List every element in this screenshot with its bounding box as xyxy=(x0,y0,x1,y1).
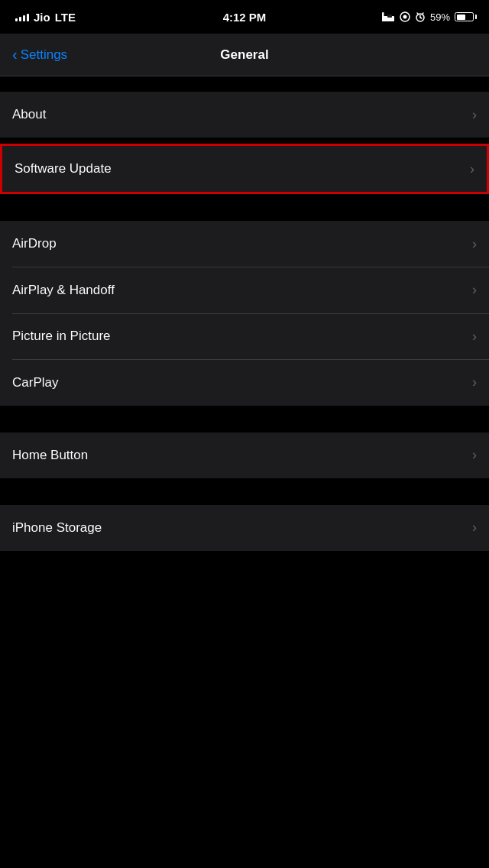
separator-group4 xyxy=(0,478,489,505)
signal-bar-2 xyxy=(19,17,21,21)
nav-bar: ‹ Settings General xyxy=(0,34,489,76)
separator-top xyxy=(0,76,489,92)
carplay-item[interactable]: CarPlay › xyxy=(0,360,489,406)
svg-rect-2 xyxy=(387,15,392,18)
network-label: LTE xyxy=(55,11,76,24)
software-update-chevron-icon: › xyxy=(470,161,474,177)
software-update-group: Software Update › xyxy=(0,144,489,194)
iphone-storage-item[interactable]: iPhone Storage › xyxy=(0,505,489,551)
software-update-label: Software Update xyxy=(15,161,112,177)
battery-icon xyxy=(455,12,477,21)
about-chevron-icon: › xyxy=(472,107,477,123)
about-label: About xyxy=(12,107,46,122)
airplay-chevron-icon: › xyxy=(472,282,477,298)
status-time: 4:12 PM xyxy=(223,11,267,24)
software-update-item[interactable]: Software Update › xyxy=(2,146,487,192)
battery-fill xyxy=(457,15,466,20)
back-chevron-icon: ‹ xyxy=(12,47,18,62)
battery-percent-label: 59% xyxy=(430,11,450,23)
separator-group3 xyxy=(0,406,489,432)
home-button-item[interactable]: Home Button › xyxy=(0,432,489,478)
carplay-label: CarPlay xyxy=(12,375,58,390)
airplay-handoff-label: AirPlay & Handoff xyxy=(12,283,115,298)
carrier-label: Jio xyxy=(34,11,50,24)
iphone-storage-chevron-icon: › xyxy=(472,520,477,536)
signal-bar-1 xyxy=(15,18,18,21)
separator-group2 xyxy=(0,194,489,221)
airdrop-item[interactable]: AirDrop › xyxy=(0,221,489,267)
group-connectivity: AirDrop › AirPlay & Handoff › Picture in… xyxy=(0,221,489,406)
pip-chevron-icon: › xyxy=(472,329,477,345)
home-button-chevron-icon: › xyxy=(472,447,477,463)
airdrop-chevron-icon: › xyxy=(472,236,477,252)
airplay-handoff-item[interactable]: AirPlay & Handoff › xyxy=(0,267,489,313)
signal-bar-4 xyxy=(27,14,29,21)
back-button[interactable]: ‹ Settings xyxy=(12,47,67,63)
signal-bars-icon xyxy=(15,12,29,21)
group-home: Home Button › xyxy=(0,432,489,478)
iphone-storage-label: iPhone Storage xyxy=(12,520,102,536)
svg-rect-1 xyxy=(382,12,384,21)
status-left: Jio LTE xyxy=(15,11,76,24)
alarm-icon xyxy=(415,11,426,22)
hotel-icon xyxy=(381,11,395,22)
group-storage: iPhone Storage › xyxy=(0,505,489,551)
status-bar: Jio LTE 4:12 PM 59% xyxy=(0,0,489,34)
svg-line-7 xyxy=(420,18,422,18)
group-about: About › xyxy=(0,92,489,138)
battery-body xyxy=(455,12,474,21)
separator-mid1 xyxy=(0,138,489,144)
signal-bar-3 xyxy=(23,15,25,21)
home-button-label: Home Button xyxy=(12,448,88,463)
carplay-chevron-icon: › xyxy=(472,374,477,390)
airdrop-label: AirDrop xyxy=(12,236,57,251)
back-label: Settings xyxy=(21,47,67,63)
about-item[interactable]: About › xyxy=(0,92,489,138)
page-title: General xyxy=(220,47,268,63)
battery-tip xyxy=(475,15,477,19)
status-right: 59% xyxy=(381,11,477,23)
focus-icon xyxy=(400,11,410,22)
picture-in-picture-item[interactable]: Picture in Picture › xyxy=(0,313,489,359)
svg-point-4 xyxy=(403,15,406,19)
picture-in-picture-label: Picture in Picture xyxy=(12,329,111,344)
